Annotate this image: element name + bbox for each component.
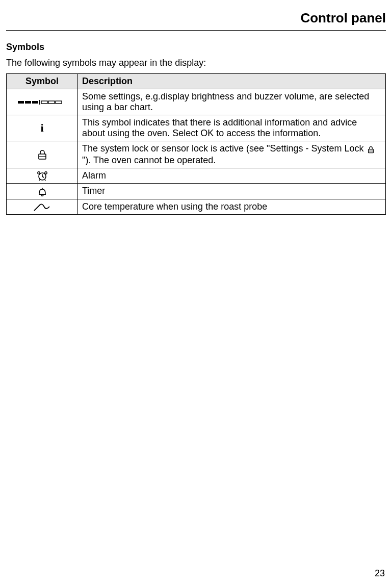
bar-chart-icon [18,97,67,107]
desc-pre: The system lock or sensor lock is active… [82,143,367,154]
svg-line-17 [44,180,45,181]
svg-line-16 [39,180,40,181]
desc-cell: This symbol indicates that there is addi… [78,115,386,141]
desc-cell: Core temperature when using the roast pr… [78,199,386,214]
svg-line-13 [42,176,44,177]
svg-rect-1 [25,101,31,104]
timer-icon [37,186,47,196]
section-heading: Symbols [6,42,386,53]
desc-cell: The system lock or sensor lock is active… [78,141,386,168]
alarm-icon [37,170,48,181]
svg-point-14 [37,172,39,174]
table-row: i This symbol indicates that there is ad… [7,115,386,141]
svg-rect-4 [41,101,47,104]
desc-cell: Some settings, e.g.display brightness an… [78,89,386,115]
lock-icon [368,144,374,155]
probe-icon [33,201,51,212]
intro-text: The following symbols may appear in the … [6,58,386,68]
desc-cell: Timer [78,184,386,199]
lock-icon [38,149,47,159]
symbols-table: Symbol Description Som [6,73,386,215]
svg-rect-2 [32,101,38,104]
col-header-description: Description [78,74,386,89]
table-row: The system lock or sensor lock is active… [7,141,386,168]
page-title: Control panel [6,10,386,31]
page-number: 23 [375,568,385,579]
col-header-symbol: Symbol [7,74,78,89]
table-row: Timer [7,184,386,199]
svg-point-15 [44,172,46,174]
svg-rect-3 [39,100,40,105]
table-row: Alarm [7,168,386,184]
info-icon: i [40,121,43,134]
svg-rect-5 [48,101,55,104]
svg-rect-6 [56,101,62,104]
table-row: Some settings, e.g.display brightness an… [7,89,386,115]
desc-post: "). The oven cannot be operated. [82,155,216,165]
svg-rect-0 [18,101,24,104]
svg-line-20 [34,205,40,211]
desc-cell: Alarm [78,168,386,184]
table-row: Core temperature when using the roast pr… [7,199,386,214]
